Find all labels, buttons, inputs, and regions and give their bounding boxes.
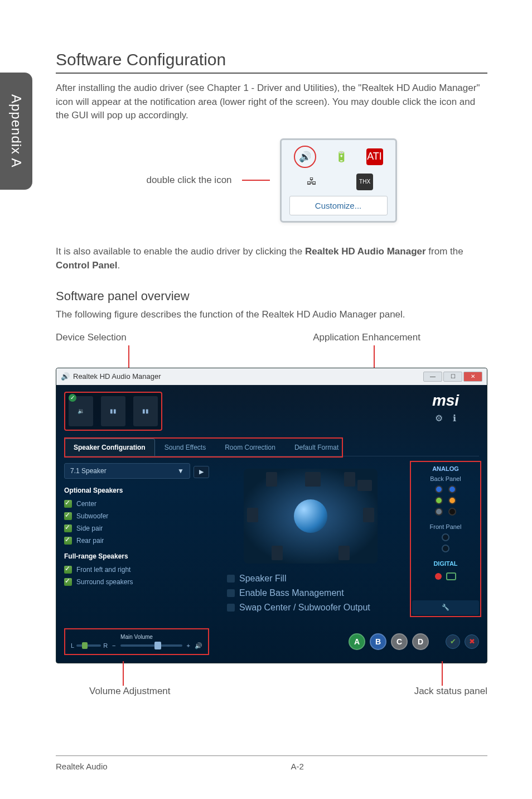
mode-a-button[interactable]: A bbox=[349, 633, 365, 650]
balance-track[interactable] bbox=[76, 644, 101, 647]
callout-leader bbox=[442, 661, 443, 686]
footer-page-number: A-2 bbox=[291, 762, 304, 771]
jack-icon[interactable] bbox=[442, 533, 449, 541]
mute-icon[interactable]: 🔊 bbox=[195, 642, 202, 649]
jack-icon[interactable] bbox=[442, 545, 449, 552]
speaker-icon[interactable] bbox=[344, 472, 355, 487]
mode-buttons: A B C D ✔ ✖ bbox=[349, 633, 479, 650]
mode-b-button[interactable]: B bbox=[370, 633, 386, 650]
chk-side-pair[interactable]: Side pair bbox=[64, 522, 209, 535]
chk-front-lr[interactable]: Front left and right bbox=[64, 564, 209, 576]
label: Swap Center / Subwoofer Output bbox=[239, 603, 370, 613]
speaker-icon[interactable] bbox=[247, 508, 258, 522]
callout-leader bbox=[123, 661, 124, 686]
ok-button[interactable]: ✔ bbox=[446, 634, 460, 649]
device-recording-icon[interactable]: ▮▮ bbox=[133, 396, 158, 426]
speaker-config-left-column: 7.1 Speaker ▼ ▶ Optional Speakers Center… bbox=[64, 463, 209, 615]
optional-speakers-label: Optional Speakers bbox=[64, 487, 209, 494]
cancel-button[interactable]: ✖ bbox=[465, 634, 479, 649]
tab-room-correction[interactable]: Room Correction bbox=[215, 439, 285, 456]
chk-surround[interactable]: Surround speakers bbox=[64, 576, 209, 588]
battery-icon[interactable]: 🔋 bbox=[333, 148, 350, 165]
volume-minus[interactable]: − bbox=[112, 642, 115, 649]
customize-button[interactable]: Customize... bbox=[289, 196, 388, 215]
minimize-button[interactable]: — bbox=[423, 372, 442, 382]
speaker-icon[interactable] bbox=[363, 508, 374, 522]
realtek-panel: 🔊 Realtek HD Audio Manager — ☐ ✕ ✓🔉 ▮▮ ▮… bbox=[56, 368, 487, 663]
tab-default-format[interactable]: Default Format bbox=[285, 439, 348, 456]
mode-d-button[interactable]: D bbox=[412, 633, 429, 650]
tray-caption: double click the icon bbox=[146, 175, 231, 186]
jack-icon[interactable] bbox=[448, 485, 456, 493]
volume-plus[interactable]: + bbox=[187, 642, 190, 649]
speaker-icon[interactable] bbox=[272, 546, 283, 560]
center-speaker-icon[interactable] bbox=[305, 472, 321, 487]
page-footer: Realtek Audio A-2 bbox=[56, 755, 487, 771]
section-title: Software Configuration bbox=[56, 50, 487, 74]
speaker-layout-visual: Speaker Fill Enable Bass Management Swap… bbox=[216, 463, 405, 615]
speaker-icon[interactable] bbox=[338, 546, 350, 560]
analog-label: ANALOG bbox=[432, 465, 459, 472]
info-icon[interactable]: ℹ bbox=[453, 413, 456, 423]
play-test-button[interactable]: ▶ bbox=[194, 466, 209, 478]
panel-bottom-bar: Main Volume L R − + 🔊 A B C D ✔ ✖ bbox=[56, 623, 487, 663]
balance-l: L bbox=[71, 642, 74, 649]
callout-device-selection: Device Selection bbox=[56, 332, 127, 343]
tab-speaker-configuration[interactable]: Speaker Configuration bbox=[64, 439, 155, 456]
notification-tray-box: 🔊 🔋 ATI 🖧 THX Customize... bbox=[280, 138, 397, 223]
device-selection-area[interactable]: ✓🔉 ▮▮ ▮▮ bbox=[64, 392, 162, 431]
chk-center[interactable]: Center bbox=[64, 498, 209, 510]
gear-icon[interactable]: ⚙ bbox=[435, 413, 443, 423]
coax-out-icon[interactable] bbox=[435, 573, 442, 580]
callout-jack-status: Jack status panel bbox=[414, 686, 487, 697]
jack-icon[interactable] bbox=[435, 497, 443, 504]
realtek-speaker-icon[interactable]: 🔊 bbox=[294, 146, 316, 168]
tray-illustration: double click the icon 🔊 🔋 ATI 🖧 THX Cust… bbox=[56, 138, 487, 223]
chk-bass-mgmt[interactable]: Enable Bass Management bbox=[227, 586, 370, 600]
network-icon[interactable]: 🖧 bbox=[303, 174, 320, 190]
top-callouts: Device Selection Application Enhancement bbox=[56, 332, 487, 343]
thx-icon[interactable]: THX bbox=[356, 174, 373, 190]
optical-out-icon[interactable] bbox=[446, 572, 456, 580]
chevron-down-icon: ▼ bbox=[177, 467, 184, 475]
chk-rear-pair[interactable]: Rear pair bbox=[64, 535, 209, 547]
jack-icon[interactable] bbox=[448, 508, 456, 516]
speaker-mode-dropdown[interactable]: 7.1 Speaker ▼ bbox=[64, 463, 190, 479]
device-speakers-icon[interactable]: ✓🔉 bbox=[69, 396, 93, 426]
chk-swap-center[interactable]: Swap Center / Subwoofer Output bbox=[227, 600, 370, 615]
device-digital-icon[interactable]: ▮▮ bbox=[101, 396, 125, 426]
label: Center bbox=[76, 500, 96, 508]
jack-status-panel: ANALOG Back Panel Front Panel DIGITAL 🔧 bbox=[412, 463, 479, 615]
mode-c-button[interactable]: C bbox=[391, 633, 408, 650]
chk-speaker-fill[interactable]: Speaker Fill bbox=[227, 571, 370, 586]
checkbox-icon bbox=[64, 524, 72, 532]
subwoofer-icon[interactable] bbox=[357, 480, 372, 491]
app-icon: 🔊 bbox=[61, 372, 70, 381]
volume-thumb-icon bbox=[154, 642, 161, 649]
jack-icon[interactable] bbox=[435, 485, 443, 493]
balance-control[interactable]: L R bbox=[71, 642, 108, 649]
speaker-icon[interactable] bbox=[266, 472, 277, 487]
jack-icon[interactable] bbox=[435, 508, 443, 516]
tab-sound-effects[interactable]: Sound Effects bbox=[155, 439, 216, 456]
checkbox-icon bbox=[64, 566, 72, 574]
label: Enable Bass Management bbox=[239, 588, 344, 598]
connector-settings-button[interactable]: 🔧 bbox=[412, 600, 479, 615]
label: Surround speakers bbox=[76, 578, 133, 586]
maximize-button[interactable]: ☐ bbox=[443, 372, 462, 382]
volume-slider[interactable] bbox=[120, 644, 182, 647]
checkbox-icon bbox=[64, 500, 72, 508]
callout-volume-adjustment: Volume Adjustment bbox=[89, 686, 171, 697]
msi-logo: msi bbox=[412, 392, 479, 410]
chk-subwoofer[interactable]: Subwoofer bbox=[64, 510, 209, 522]
label: Subwoofer bbox=[76, 512, 108, 520]
close-button[interactable]: ✕ bbox=[463, 372, 482, 382]
volume-adjustment-area: Main Volume L R − + 🔊 bbox=[64, 628, 209, 655]
intro-paragraph: After installing the audio driver (see C… bbox=[56, 81, 487, 123]
subsection-desc: The following figure describes the funct… bbox=[56, 308, 487, 322]
jack-icon[interactable] bbox=[448, 497, 456, 504]
checkbox-icon bbox=[227, 575, 235, 583]
room-visualization bbox=[244, 469, 378, 564]
ati-icon[interactable]: ATI bbox=[366, 148, 383, 165]
label: Side pair bbox=[76, 524, 103, 532]
